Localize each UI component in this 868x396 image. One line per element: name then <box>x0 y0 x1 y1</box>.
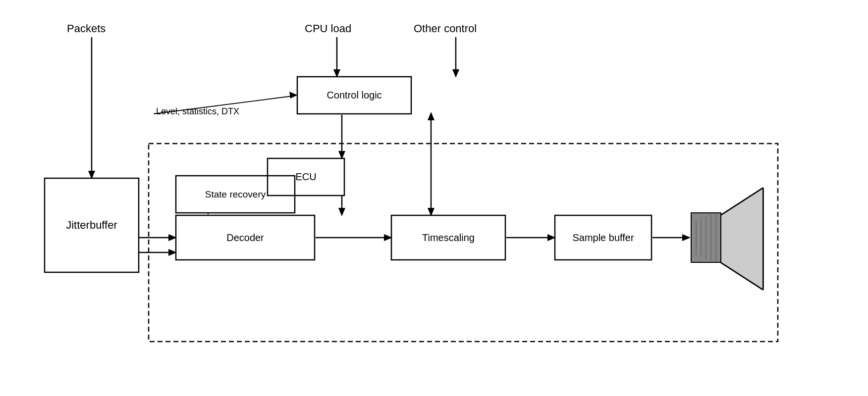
other-control-label: Other control <box>414 22 477 35</box>
svg-marker-32 <box>682 234 691 241</box>
timescaling-label: Timescaling <box>391 215 505 260</box>
jitterbuffer-label: Jitterbuffer <box>45 178 139 272</box>
svg-marker-15 <box>289 92 297 99</box>
control-logic-label: Control logic <box>297 77 411 114</box>
svg-marker-13 <box>452 69 459 78</box>
cpu-load-label: CPU load <box>305 22 351 35</box>
packets-label: Packets <box>67 22 106 35</box>
ecu-label: ECU <box>268 158 344 196</box>
svg-marker-19 <box>338 208 345 216</box>
decoder-label: Decoder <box>176 215 315 260</box>
svg-marker-21 <box>428 112 434 120</box>
diagram: Packets CPU load Other control Level, st… <box>0 0 868 396</box>
sample-buffer-label: Sample buffer <box>555 215 651 260</box>
level-stats-label: Level, statistics, DTX <box>156 106 239 117</box>
svg-marker-37 <box>721 188 763 290</box>
